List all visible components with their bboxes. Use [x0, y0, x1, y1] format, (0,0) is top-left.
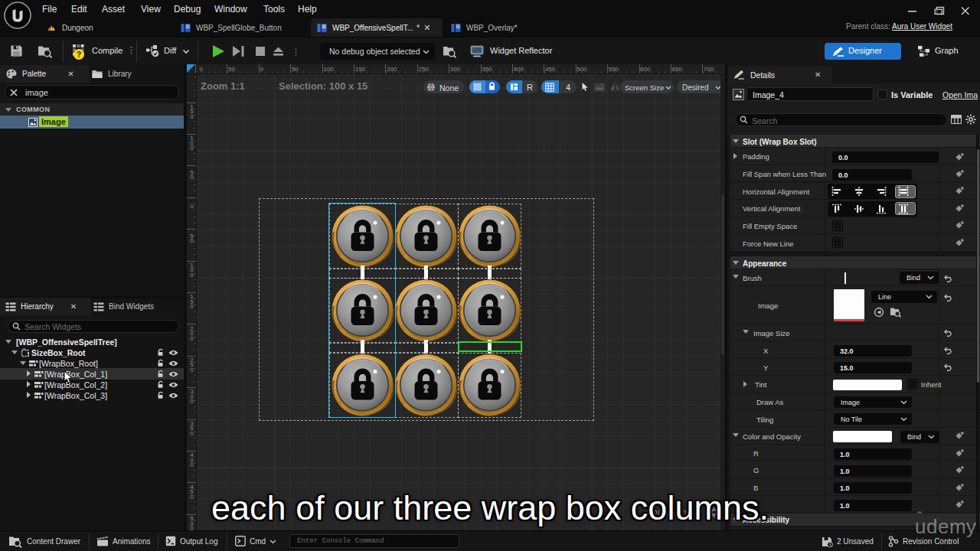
svg-text:?: ?: [77, 50, 81, 59]
svg-text:⋮: ⋮: [292, 47, 296, 57]
